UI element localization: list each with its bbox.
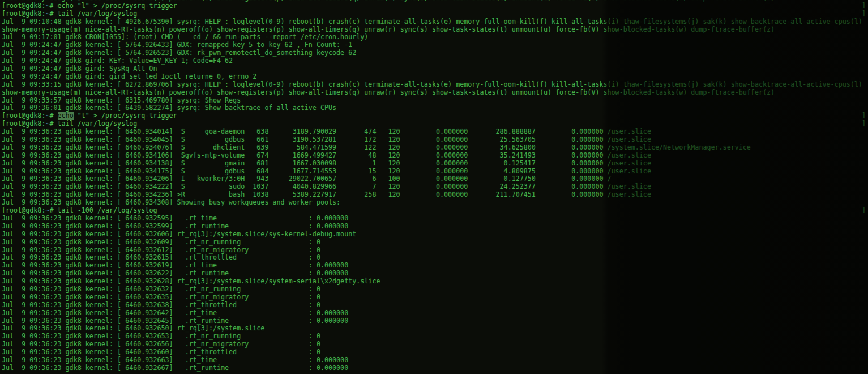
- selected-text: echo: [58, 112, 74, 120]
- log-line: Jul 9 09:36:23 gdk8 kernel: [ 6460.93410…: [2, 152, 868, 160]
- command-text: tail -100 /var/log/syslog: [58, 206, 157, 214]
- command-text: "t" > /proc/sysrq-trigger: [74, 112, 177, 120]
- log-line: Jul 9 09:36:23 gdk8 kernel: [ 6460.93260…: [2, 239, 868, 246]
- log-line: Jul 9 09:24:47 gdk8 gird: KEY: Value=EV_…: [2, 57, 868, 65]
- log-line: Jul 9 09:33:15 gdk8 kernel: [ 6272.86970…: [2, 81, 868, 89]
- prompt-line: [root@gdk8:~# tail -100 /var/log/syslog]: [2, 207, 868, 215]
- prompt-close-bracket: ]: [862, 2, 866, 10]
- log-line: Jul 9 09:36:23 gdk8 kernel: [ 6460.93264…: [2, 309, 868, 317]
- prompt-user-host: root@gdk8:: [6, 206, 45, 214]
- prompt-close-bracket: ]: [862, 120, 866, 128]
- command-text: echo "l" > /proc/sysrq-trigger: [58, 2, 177, 10]
- log-line: Jul 9 09:36:23 gdk8 kernel: [ 6460.93263…: [2, 301, 868, 309]
- prompt-symbol: #: [49, 10, 57, 18]
- log-line: Jul 9 09:36:23 gdk8 kernel: [ 6460.93266…: [2, 356, 868, 364]
- log-line: Jul 9 09:36:23 gdk8 kernel: [ 6460.93401…: [2, 128, 868, 136]
- command-text: tail /var/log/syslog: [58, 120, 138, 128]
- prompt-user-host: root@gdk8:: [6, 112, 45, 120]
- prompt-open-bracket: [: [2, 112, 6, 120]
- command-text: tail /var/log/syslog: [58, 10, 138, 18]
- log-line: Jul 9 09:24:47 gdk8 gird: SysRq Alt On: [2, 65, 868, 73]
- prompt-symbol: #: [49, 112, 57, 120]
- log-line: Jul 9 09:36:23 gdk8 kernel: [ 6460.93262…: [2, 278, 868, 286]
- log-line: Jul 9 09:36:23 gdk8 kernel: [ 6460.93263…: [2, 294, 868, 301]
- prompt-symbol: #: [49, 2, 57, 10]
- prompt-user-host: root@gdk8:: [6, 10, 45, 18]
- log-line: Jul 9 09:24:47 gdk8 gird: gird_set_led I…: [2, 73, 868, 81]
- prompt-symbol: #: [49, 206, 57, 214]
- log-line: Jul 9 09:36:23 gdk8 kernel: [ 6460.93259…: [2, 223, 868, 231]
- log-line: Jul 9 09:36:23 gdk8 kernel: [ 6460.93260…: [2, 231, 868, 239]
- log-line: Jul 9 09:36:23 gdk8 kernel: [ 6460.93266…: [2, 348, 868, 356]
- log-line: Jul 9 09:36:23 gdk8 kernel: [ 6460.93265…: [2, 341, 868, 348]
- prompt-open-bracket: [: [2, 10, 6, 18]
- log-line: Jul 9 09:36:23 gdk8 kernel: [ 6460.93430…: [2, 199, 868, 207]
- terminal-lines: show-memory-usage(m) nice-all-RT-tasks(n…: [2, 0, 868, 372]
- log-line: Jul 9 09:10:48 gdk8 kernel: [ 4926.67539…: [2, 18, 868, 26]
- prompt-open-bracket: [: [2, 2, 6, 10]
- log-line: Jul 9 09:36:23 gdk8 kernel: [ 6460.93266…: [2, 364, 868, 372]
- prompt-open-bracket: [: [2, 206, 6, 214]
- log-line: Jul 9 09:36:23 gdk8 kernel: [ 6460.93404…: [2, 136, 868, 144]
- log-line: show-memory-usage(m) nice-all-RT-tasks(n…: [2, 89, 868, 97]
- prompt-line: [root@gdk8:~# echo "l" > /proc/sysrq-tri…: [2, 2, 868, 10]
- prompt-user-host: root@gdk8:: [6, 120, 45, 128]
- prompt-user-host: root@gdk8:: [6, 2, 45, 10]
- log-line: Jul 9 09:36:23 gdk8 kernel: [ 6460.93259…: [2, 215, 868, 223]
- log-line: Jul 9 09:36:23 gdk8 kernel: [ 6460.93407…: [2, 144, 868, 152]
- log-line: Jul 9 09:36:23 gdk8 kernel: [ 6460.93262…: [2, 270, 868, 278]
- log-line: Jul 9 09:36:23 gdk8 kernel: [ 6460.93263…: [2, 286, 868, 294]
- prompt-open-bracket: [: [2, 120, 6, 128]
- terminal-window: show-memory-usage(m) nice-all-RT-tasks(n…: [0, 0, 868, 374]
- prompt-close-bracket: ]: [862, 10, 866, 18]
- log-line: Jul 9 09:36:23 gdk8 kernel: [ 6460.93413…: [2, 160, 868, 168]
- prompt-close-bracket: ]: [862, 207, 866, 215]
- prompt-symbol: #: [49, 120, 57, 128]
- terminal-screen: show-memory-usage(m) nice-all-RT-tasks(n…: [0, 0, 868, 374]
- prompt-line: [root@gdk8:~# tail /var/log/syslog]: [2, 10, 868, 18]
